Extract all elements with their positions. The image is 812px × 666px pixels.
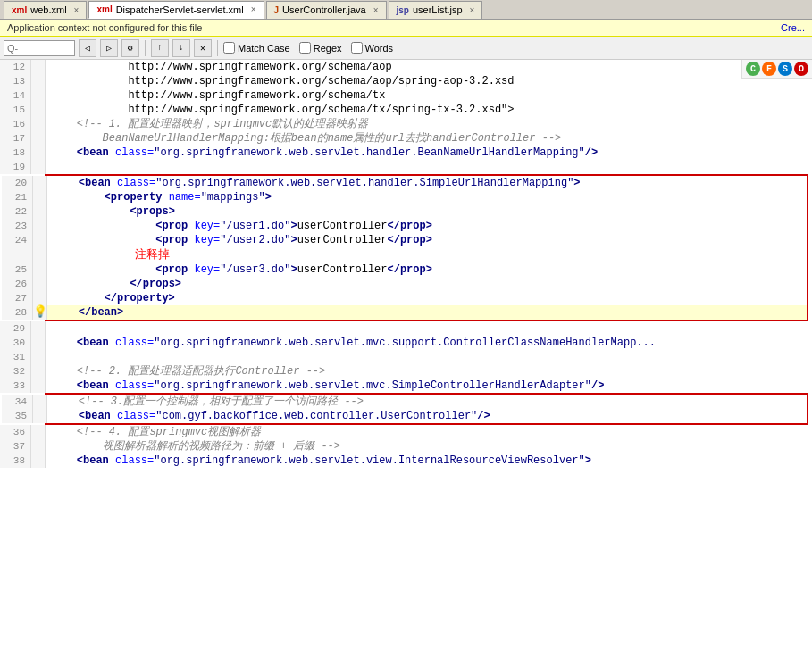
forward-button[interactable]: ▷: [100, 39, 118, 57]
tab-close-web-xml[interactable]: ×: [74, 5, 80, 15]
java-icon: J: [274, 5, 280, 15]
line-14: 14 http://www.springframework.org/schema…: [0, 88, 812, 103]
tab-user-list[interactable]: jsp userList.jsp ×: [389, 1, 483, 19]
line-25: 25 <prop key="/user3.do">userController<…: [2, 262, 807, 277]
line-15: 15 http://www.springframework.org/schema…: [0, 103, 812, 117]
settings-button[interactable]: ⚙: [121, 39, 139, 57]
chrome-icon[interactable]: C: [746, 62, 760, 76]
down-button[interactable]: ↓: [172, 39, 190, 57]
code-editor: C F S O 12 http://www.springframework.or…: [0, 60, 812, 663]
search-input[interactable]: [4, 40, 75, 56]
line-37: 37 视图解析器解析的视频路径为：前缀 + 后缀 -->: [0, 439, 812, 454]
firefox-icon[interactable]: F: [762, 62, 776, 76]
back-button[interactable]: ◁: [79, 39, 96, 57]
xml-icon-2: xml: [96, 4, 112, 14]
words-label[interactable]: Words: [351, 42, 394, 54]
separator-1: [145, 40, 146, 56]
tab-close-dispatcher[interactable]: ×: [251, 4, 256, 14]
match-case-checkbox[interactable]: [223, 42, 235, 54]
line-28: 28 💡 </bean>: [2, 305, 807, 320]
up-button[interactable]: ↑: [151, 39, 169, 57]
xml-icon: xml: [12, 5, 27, 15]
line-24: 24 <prop key="/user2.do">userController<…: [2, 233, 807, 262]
warning-link[interactable]: Cre...: [781, 22, 805, 33]
line-23: 23 <prop key="/user1.do">userController<…: [2, 219, 807, 233]
match-case-label[interactable]: Match Case: [223, 42, 290, 54]
line-22: 22 <props>: [2, 204, 807, 219]
line-18: 18 <bean class="org.springframework.web.…: [0, 146, 812, 160]
jsp-icon: jsp: [397, 5, 409, 15]
browser-icons: C F S O: [741, 60, 812, 79]
separator-2: [217, 40, 218, 56]
line-12: 12 http://www.springframework.org/schema…: [0, 60, 812, 74]
tab-bar: xml web.xml × xml DispatcherServlet-serv…: [0, 0, 812, 20]
line-16: 16 <!-- 1. 配置处理器映射，springmvc默认的处理器映射器: [0, 117, 812, 131]
line-17: 17 BeanNameUrlHandlerMapping:根据bean的name…: [0, 131, 812, 146]
regex-checkbox[interactable]: [299, 42, 311, 54]
line-27: 27 </property>: [2, 291, 807, 305]
bulb-icon[interactable]: 💡: [33, 305, 47, 320]
tab-user-controller[interactable]: J UserController.java ×: [266, 1, 387, 19]
line-26: 26 </props>: [2, 277, 807, 291]
line-36: 36 <!-- 4. 配置springmvc视图解析器: [0, 425, 812, 439]
words-checkbox[interactable]: [351, 42, 363, 54]
tab-close-userlist[interactable]: ×: [470, 5, 475, 15]
safari-icon[interactable]: S: [778, 62, 792, 76]
line-38: 38 <bean class="org.springframework.web.…: [0, 454, 812, 468]
line-34: 34 <!-- 3.配置一个控制器，相对于配置了一个访问路径 -->: [2, 395, 807, 409]
line-29: 29: [0, 321, 812, 336]
tab-web-xml[interactable]: xml web.xml ×: [4, 1, 87, 19]
toolbar: ◁ ▷ ⚙ ↑ ↓ ✕ Match Case Regex Words: [0, 37, 812, 60]
line-21: 21 <property name="mappings">: [2, 190, 807, 204]
line-31: 31: [0, 350, 812, 364]
tab-close-controller[interactable]: ×: [373, 5, 379, 15]
warning-message: Application context not configured for t…: [7, 22, 202, 33]
line-33: 33 <bean class="org.springframework.web.…: [0, 379, 812, 393]
tab-dispatcher-servlet[interactable]: xml DispatcherServlet-servlet.xml ×: [88, 1, 264, 19]
regex-label[interactable]: Regex: [299, 42, 342, 54]
close-search-button[interactable]: ✕: [194, 39, 212, 57]
opera-icon[interactable]: O: [794, 62, 808, 76]
line-30: 30 <bean class="org.springframework.web.…: [0, 336, 812, 350]
line-35: 35 <bean class="com.gyf.backoffice.web.c…: [2, 409, 807, 423]
line-32: 32 <!-- 2. 配置处理器适配器执行Controller -->: [0, 364, 812, 379]
line-20: 20 <bean class="org.springframework.web.…: [2, 176, 807, 190]
red-box-1: 20 <bean class="org.springframework.web.…: [45, 174, 808, 321]
app-container: xml web.xml × xml DispatcherServlet-serv…: [0, 0, 812, 663]
warning-bar: Application context not configured for t…: [0, 20, 812, 37]
line-19: 19: [0, 160, 812, 174]
line-13: 13 http://www.springframework.org/schema…: [0, 74, 812, 88]
red-box-2: 34 <!-- 3.配置一个控制器，相对于配置了一个访问路径 --> 35 <b…: [45, 393, 808, 425]
